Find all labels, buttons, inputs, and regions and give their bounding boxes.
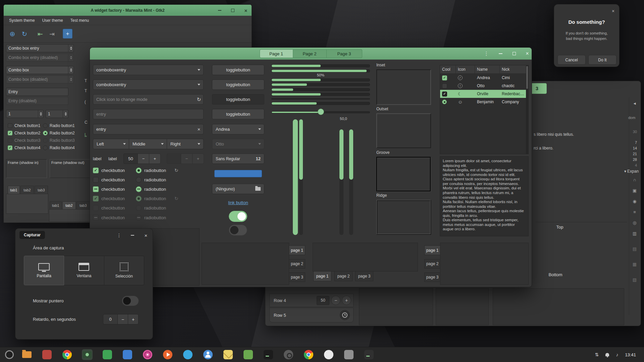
vertical-scale-1[interactable] (293, 119, 298, 235)
nb-bottom-tab-2[interactable]: page 2 (334, 271, 353, 281)
chevron-left-icon[interactable]: ◂ (632, 100, 638, 106)
column-header-name[interactable]: Name (475, 65, 500, 73)
check-button-1[interactable]: Check button1 (8, 123, 40, 128)
togglebutton-3-active[interactable]: togglebutton (212, 94, 264, 105)
table-row-selected[interactable]: ✓ ☾ Orville Redenbac… (440, 90, 528, 98)
radio-selected[interactable] (43, 131, 48, 135)
calendar-date[interactable]: 28 (628, 158, 637, 162)
radio-button-1[interactable]: Radio button1 (43, 123, 75, 128)
grid-icon[interactable]: ▦ (632, 261, 638, 267)
taskbar-icon-blue-app[interactable] (122, 349, 133, 360)
record-icon[interactable]: ◉ (632, 198, 638, 204)
refresh-icon[interactable]: ↻ (20, 29, 29, 39)
align-left-dropdown[interactable]: Left (93, 139, 129, 149)
align-middle-dropdown[interactable]: Middle (129, 139, 167, 149)
spin-value[interactable]: 50 (317, 296, 329, 305)
tab-page-3[interactable]: Page 3 (327, 49, 362, 58)
checkbox-checked[interactable]: ✓ (442, 75, 447, 80)
calendar-date[interactable]: 21 (628, 152, 637, 156)
shade-icon[interactable]: ▧ (632, 277, 638, 283)
list-row-4[interactable]: Row 4 50 − + (269, 294, 354, 307)
taskbar-icon-terminal[interactable] (263, 349, 274, 360)
calendar-date[interactable]: 7 (628, 140, 637, 144)
sound-icon[interactable]: ♪ (616, 352, 618, 357)
color-scale-blue[interactable] (214, 170, 262, 177)
delay-spin-value[interactable]: 0 (103, 314, 118, 324)
capture-titlebar[interactable]: Capturar ⋮ × (15, 229, 153, 241)
tab-2b[interactable]: tab2 (62, 201, 76, 209)
close-button[interactable]: × (142, 231, 150, 239)
taskbar-icon-files[interactable] (21, 349, 32, 360)
checkbox-checked[interactable]: ✓ (8, 131, 12, 135)
delay-minus-button[interactable]: − (117, 314, 128, 324)
scrollbar-track[interactable] (526, 65, 528, 154)
nb-right-tab-1[interactable]: page 1 (289, 245, 305, 255)
entry-clearable-field[interactable]: entry × (93, 124, 204, 134)
sliders-icon[interactable]: ≡ (632, 209, 638, 215)
add-button[interactable]: + (63, 29, 72, 39)
radio[interactable] (43, 123, 48, 128)
vertical-scale-4[interactable] (349, 129, 353, 235)
image-icon[interactable]: ▣ (632, 187, 638, 193)
close-button[interactable]: × (609, 7, 617, 15)
checkbox-checked[interactable]: ✓ (442, 92, 447, 97)
minimize-button[interactable] (128, 231, 137, 239)
spin-plus-button[interactable]: + (342, 296, 351, 305)
stepper[interactable] (63, 110, 68, 118)
list-row-5[interactable]: Row 5 (269, 308, 354, 322)
font-button[interactable]: Sans Regular 12 (212, 154, 264, 164)
checkbox-indeterminate[interactable] (93, 186, 99, 192)
refresh-icon[interactable]: ↻ (195, 95, 203, 104)
taskbar-icon-chrome-2[interactable] (303, 349, 314, 360)
vertical-scale-2[interactable] (299, 119, 303, 235)
stepper[interactable] (38, 110, 43, 118)
delay-plus-button[interactable]: + (128, 314, 139, 324)
taskbar-icon-chrome[interactable] (62, 349, 72, 360)
link-button[interactable]: link button (212, 198, 264, 206)
tab-1b[interactable]: tab1 (50, 201, 62, 209)
vertical-scale-3[interactable] (339, 129, 343, 235)
close-button[interactable]: × (523, 49, 532, 58)
radio[interactable] (43, 145, 48, 150)
taskbar-icon-chat[interactable] (182, 349, 193, 360)
expander[interactable]: ▾ Expan (624, 169, 639, 174)
minimize-button[interactable] (496, 49, 505, 58)
nb-left-tab-2[interactable]: page 2 (424, 259, 440, 268)
checkbox[interactable] (442, 83, 447, 88)
togglebutton-2[interactable]: togglebutton (212, 79, 264, 90)
spin-minus-button[interactable]: − (138, 154, 149, 164)
togglebutton-4[interactable]: togglebutton (212, 109, 264, 119)
cool-cell[interactable] (440, 98, 456, 106)
taskbar-icon-package[interactable] (42, 349, 52, 360)
taskbar-icon-contacts[interactable] (203, 349, 213, 360)
minimize-button[interactable] (215, 6, 224, 15)
mode-screen-button[interactable]: Pantalla (24, 256, 64, 285)
radio-button-4[interactable]: Radio button4 (43, 145, 75, 150)
spin-entry[interactable]: 50 (123, 154, 138, 164)
nb-right-tab-3[interactable]: page 3 (289, 273, 305, 282)
maximize-button[interactable] (509, 49, 519, 58)
cancel-button[interactable]: Cancel (557, 55, 586, 65)
close-button[interactable]: × (241, 6, 250, 15)
taskbar-icon-player[interactable] (162, 349, 173, 360)
taskbar-icon-apple[interactable] (323, 349, 334, 360)
radio-selected[interactable] (136, 168, 142, 173)
columns-icon[interactable]: ▥ (632, 230, 638, 236)
table-row[interactable]: ! Otto chaotic (440, 82, 528, 90)
radio[interactable] (136, 177, 142, 183)
document-icon[interactable]: ▤ (632, 246, 638, 252)
location-icon[interactable]: ◎ (632, 220, 638, 226)
calendar-date[interactable]: 4 (628, 163, 637, 167)
spin-button-2[interactable]: 1 (46, 110, 68, 118)
scrollbar-thumb[interactable] (526, 66, 528, 89)
taskbar-icon-calculator[interactable] (243, 349, 254, 360)
nb-left-tab-1[interactable]: page 1 (424, 245, 440, 255)
dropdown-button[interactable] (195, 65, 203, 75)
taskbar-icon-mail[interactable] (223, 349, 233, 360)
spin-minus-button[interactable]: − (331, 296, 340, 305)
check-button-2[interactable]: ✓ Check button2 (8, 131, 40, 135)
back-icon[interactable]: ⇤ (36, 29, 45, 39)
taskbar-icon-spiral[interactable] (142, 349, 153, 360)
nb-bottom-tab-3[interactable]: page 3 (355, 271, 373, 281)
menu-user-theme[interactable]: User theme (39, 16, 66, 25)
